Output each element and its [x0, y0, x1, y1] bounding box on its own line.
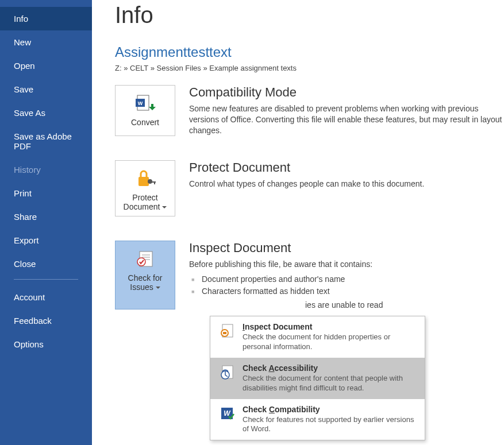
compatibility-heading: Compatibility Mode	[189, 85, 504, 100]
sidebar-item-new[interactable]: New	[0, 30, 92, 54]
dropdown-item-check-accessibility[interactable]: Check AccessibilityCheck the document fo…	[210, 358, 425, 399]
sidebar-item-history: History	[0, 158, 92, 181]
protect-section: Protect Document Protect Document Contro…	[115, 160, 504, 216]
sidebar-item-print[interactable]: Print	[0, 181, 92, 205]
protect-heading: Protect Document	[189, 160, 504, 175]
check-issues-dropdown: Inspect DocumentCheck the document for h…	[210, 316, 425, 440]
inspect-bullet: Document properties and author's name	[189, 273, 504, 286]
dropdown-desc: Check the document for hidden properties…	[243, 332, 417, 352]
dropdown-desc: Check the document for content that peop…	[243, 374, 417, 393]
dropdown-item-inspect-document[interactable]: Inspect DocumentCheck the document for h…	[210, 316, 425, 358]
inspect-bullet: Characters formatted as hidden text	[189, 285, 504, 298]
convert-button-label: Convert	[131, 118, 159, 127]
sidebar-item-export[interactable]: Export	[0, 229, 92, 252]
inspect-bullets: Document properties and author's nameCha…	[189, 273, 504, 298]
sidebar-item-options[interactable]: Options	[0, 332, 92, 356]
check-issues-icon	[135, 248, 156, 270]
inspect-truncated: ies are unable to read	[189, 300, 504, 309]
protect-document-button[interactable]: Protect Document	[115, 160, 175, 216]
document-title: Assignmenttesttext	[115, 44, 504, 60]
sidebar-item-account[interactable]: Account	[0, 285, 92, 309]
dropdown-desc: Check for features not supported by earl…	[243, 415, 417, 435]
sidebar-item-info[interactable]: Info	[0, 7, 92, 30]
inspect-section: Check for Issues Inspect Document Before…	[115, 241, 504, 309]
lock-icon	[135, 168, 156, 189]
svg-rect-3	[138, 177, 149, 186]
inspect-intro: Before publishing this file, be aware th…	[189, 259, 504, 270]
dropdown-icon: W	[218, 405, 236, 435]
svg-rect-6	[154, 181, 155, 184]
svg-point-11	[137, 258, 145, 266]
dropdown-icon	[218, 363, 236, 393]
svg-rect-14	[223, 332, 226, 334]
convert-button[interactable]: W Convert	[115, 85, 175, 136]
compatibility-section: W Convert Compatibility Mode Some new fe…	[115, 85, 504, 136]
check-issues-label: Check for Issues	[119, 273, 171, 292]
sidebar-item-open[interactable]: Open	[0, 54, 92, 78]
sidebar-item-save-as[interactable]: Save As	[0, 101, 92, 125]
svg-text:W: W	[137, 100, 143, 106]
sidebar-item-feedback[interactable]: Feedback	[0, 309, 92, 332]
word-convert-icon: W	[134, 92, 157, 114]
dropdown-title: Check Compatibility	[243, 405, 417, 414]
compatibility-text: Some new features are disabled to preven…	[189, 103, 504, 136]
protect-button-label: Protect Document	[119, 193, 171, 211]
sidebar-item-save-as-adobe-pdf[interactable]: Save as Adobe PDF	[0, 125, 92, 158]
inspect-heading: Inspect Document	[189, 241, 504, 256]
main-panel: Info Assignmenttesttext Z: » CELT » Sess…	[92, 0, 504, 445]
sidebar-item-share[interactable]: Share	[0, 205, 92, 229]
sidebar-item-close[interactable]: Close	[0, 252, 92, 276]
sidebar-divider	[14, 279, 78, 280]
dropdown-item-check-compatibility[interactable]: WCheck CompatibilityCheck for features n…	[210, 399, 425, 440]
check-for-issues-button[interactable]: Check for Issues	[115, 241, 175, 309]
protect-text: Control what types of changes people can…	[189, 179, 504, 189]
dropdown-icon	[218, 322, 236, 352]
dropdown-title: Inspect Document	[243, 322, 417, 331]
page-title: Info	[115, 2, 504, 28]
dropdown-title: Check Accessibility	[243, 363, 417, 373]
sidebar-item-save[interactable]: Save	[0, 78, 92, 101]
svg-text:W: W	[224, 409, 231, 417]
backstage-sidebar: InfoNewOpenSaveSave AsSave as Adobe PDFH…	[0, 0, 92, 445]
breadcrumb: Z: » CELT » Session Files » Example assi…	[115, 64, 504, 72]
